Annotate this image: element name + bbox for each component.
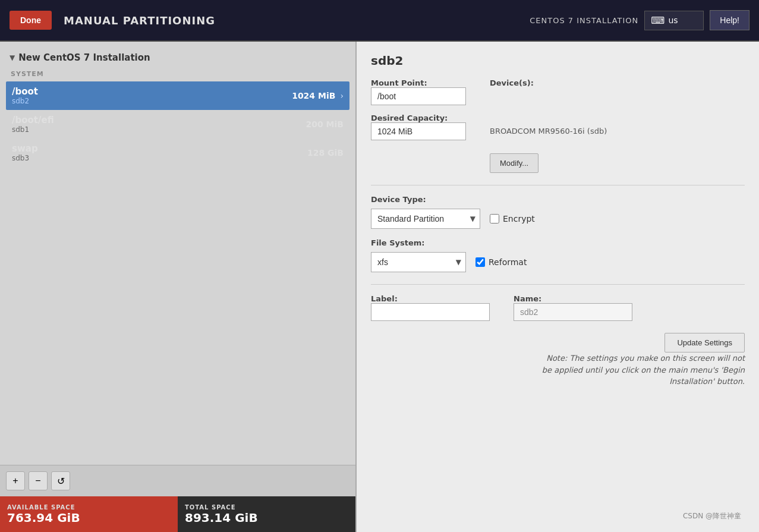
available-space-value: 763.94 GiB [7, 511, 171, 525]
filesystem-label: File System: [371, 238, 745, 247]
done-button[interactable]: Done [10, 11, 52, 30]
add-partition-button[interactable]: + [6, 471, 25, 490]
main-content: ▼ New CentOS 7 Installation SYSTEM /boot… [0, 42, 759, 532]
section-divider [371, 185, 745, 185]
partition-name: /boot/efi [12, 115, 54, 125]
partition-right: 1024 MiB › [292, 91, 344, 100]
watermark: CSDN @降世神童 [683, 511, 741, 521]
name-label: Name: [514, 294, 632, 303]
partition-info: /boot sdb2 [12, 86, 38, 105]
section-divider-2 [371, 284, 745, 285]
mount-devices-row: Mount Point: Desired Capacity: Device(s)… [371, 78, 745, 173]
bottom-toolbar: + − ↺ [0, 465, 355, 496]
install-title: CENTOS 7 INSTALLATION [530, 16, 638, 25]
partition-info: /boot/efi sdb1 [12, 115, 54, 134]
filesystem-select[interactable]: xfs ext4 ext3 ext2 swap vfat efi [371, 252, 466, 272]
partition-size: 200 MiB [306, 119, 344, 129]
refresh-button[interactable]: ↺ [51, 471, 70, 490]
name-group: Name: [514, 294, 632, 321]
filesystem-row: xfs ext4 ext3 ext2 swap vfat efi ▼ Refor… [371, 252, 745, 272]
panel-device-title: sdb2 [371, 53, 745, 68]
total-space-value: 893.14 GiB [185, 511, 348, 525]
partition-name: swap [12, 143, 38, 154]
collapse-arrow-icon[interactable]: ▼ [10, 53, 15, 62]
name-input[interactable] [514, 303, 632, 321]
partition-device: sdb2 [12, 97, 38, 105]
installation-title: New CentOS 7 Installation [18, 52, 150, 63]
devices-group: Device(s): BROADCOM MR9560-16i (sdb) Mod… [490, 78, 656, 173]
space-info: AVAILABLE SPACE 763.94 GiB TOTAL SPACE 8… [0, 496, 355, 532]
partition-item[interactable]: /boot/efi sdb1 200 MiB [6, 110, 349, 138]
device-type-label: Device Type: [371, 195, 745, 204]
encrypt-checkbox[interactable] [490, 214, 499, 223]
filesystem-select-wrapper: xfs ext4 ext3 ext2 swap vfat efi ▼ [371, 252, 466, 272]
mount-point-input[interactable] [371, 87, 466, 105]
page-title: MANUAL PARTITIONING [64, 14, 215, 27]
section-label: SYSTEM [6, 68, 349, 81]
reformat-checkbox[interactable] [475, 257, 485, 267]
partition-info: swap sdb3 [12, 143, 38, 162]
partition-size: 1024 MiB [292, 91, 335, 100]
partition-list-container: ▼ New CentOS 7 Installation SYSTEM /boot… [0, 42, 355, 465]
label-input[interactable] [371, 303, 490, 321]
mount-point-group: Mount Point: Desired Capacity: [371, 78, 466, 173]
remove-partition-button[interactable]: − [29, 471, 48, 490]
encrypt-group: Encrypt [490, 214, 535, 223]
total-space-block: TOTAL SPACE 893.14 GiB [178, 496, 355, 532]
header-right: CENTOS 7 INSTALLATION ⌨ us Help! [530, 10, 749, 30]
note-text: Note: The settings you make on this scre… [371, 352, 745, 388]
keyboard-lang: us [668, 15, 678, 25]
help-button[interactable]: Help! [710, 10, 749, 30]
reformat-group: Reformat [475, 257, 527, 267]
device-type-select-wrapper: Standard Partition LVM LVM Thin Provisio… [371, 209, 480, 229]
keyboard-selector[interactable]: ⌨ us [644, 11, 704, 30]
available-space-block: AVAILABLE SPACE 763.94 GiB [0, 496, 178, 532]
partition-right: 128 GiB [307, 148, 344, 158]
encrypt-label[interactable]: Encrypt [503, 214, 535, 223]
label-label: Label: [371, 294, 490, 303]
header: Done MANUAL PARTITIONING CENTOS 7 INSTAL… [0, 0, 759, 42]
right-panel: sdb2 Mount Point: Desired Capacity: Devi… [357, 42, 759, 532]
installation-header: ▼ New CentOS 7 Installation [6, 48, 349, 68]
keyboard-icon: ⌨ [651, 15, 664, 26]
devices-label: Device(s): [490, 78, 656, 87]
label-group: Label: [371, 294, 490, 321]
device-type-select[interactable]: Standard Partition LVM LVM Thin Provisio… [371, 209, 480, 229]
desired-capacity-input[interactable] [371, 122, 466, 140]
partition-right: 200 MiB [306, 119, 344, 129]
partition-device: sdb1 [12, 125, 54, 134]
modify-button[interactable]: Modify... [490, 153, 538, 173]
device-type-row: Standard Partition LVM LVM Thin Provisio… [371, 209, 745, 229]
partition-device: sdb3 [12, 154, 38, 162]
desired-capacity-label: Desired Capacity: [371, 114, 466, 122]
chevron-right-icon: › [340, 91, 344, 100]
left-panel: ▼ New CentOS 7 Installation SYSTEM /boot… [0, 42, 357, 532]
partition-size: 128 GiB [307, 148, 344, 158]
mount-point-label: Mount Point: [371, 78, 466, 87]
label-name-row: Label: Name: [371, 294, 745, 321]
partition-item[interactable]: swap sdb3 128 GiB [6, 138, 349, 167]
partition-item[interactable]: /boot sdb2 1024 MiB › [6, 81, 349, 110]
update-settings-button[interactable]: Update Settings [664, 333, 745, 352]
partition-name: /boot [12, 86, 38, 97]
reformat-label[interactable]: Reformat [489, 257, 527, 267]
available-space-label: AVAILABLE SPACE [7, 504, 171, 511]
header-left: Done MANUAL PARTITIONING [10, 11, 215, 30]
total-space-label: TOTAL SPACE [185, 504, 348, 511]
device-name: BROADCOM MR9560-16i (sdb) [490, 127, 656, 136]
